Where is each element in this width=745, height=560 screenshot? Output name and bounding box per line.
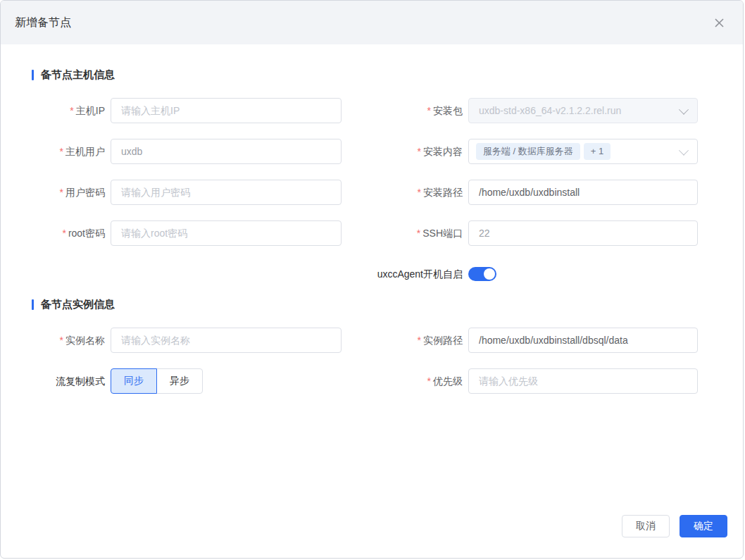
section-accent-bar <box>32 299 34 310</box>
install-content-label-text: 安装内容 <box>423 146 463 157</box>
chevron-down-icon <box>679 146 689 156</box>
required-asterisk: * <box>60 335 63 346</box>
install-package-value: uxdb-std-x86_64-v2.1.2.2.rel.run <box>479 105 621 116</box>
install-package-label-text: 安装包 <box>433 105 463 116</box>
form-item-priority: *优先级 <box>363 368 698 394</box>
agent-autostart-toggle[interactable] <box>468 267 496 281</box>
install-content-overflow-tag: + 1 <box>584 143 611 160</box>
required-asterisk: * <box>418 187 421 198</box>
install-path-input[interactable] <box>468 180 698 205</box>
agent-autostart-label-text: uxccAgent开机自启 <box>377 268 463 280</box>
instance-name-label: *实例名称 <box>32 333 111 347</box>
priority-input[interactable] <box>468 368 698 394</box>
dialog-header: 新增备节点 <box>1 1 743 44</box>
form-item-install-content: *安装内容 服务端 / 数据库服务器 + 1 <box>363 139 698 164</box>
host-info-form: *主机IP *安装包 uxdb-std-x86_64-v2.1.2.2.rel.… <box>32 98 712 287</box>
user-password-label: *用户密码 <box>32 185 111 199</box>
ssh-port-label-text: SSH端口 <box>422 228 463 239</box>
ssh-port-label: *SSH端口 <box>363 226 468 240</box>
form-item-host-ip: *主机IP <box>32 98 342 123</box>
required-asterisk: * <box>418 146 421 157</box>
host-user-input[interactable] <box>111 139 342 164</box>
form-item-install-path: *安装路径 <box>363 180 698 205</box>
dialog-body: 备节点主机信息 *主机IP *安装包 uxdb-std-x86_64-v2.1.… <box>1 44 743 558</box>
install-path-label-text: 安装路径 <box>423 187 463 198</box>
form-item-install-package: *安装包 uxdb-std-x86_64-v2.1.2.2.rel.run <box>363 98 698 123</box>
instance-path-label: *实例路径 <box>363 333 468 347</box>
user-password-label-text: 用户密码 <box>65 187 105 198</box>
replication-mode-group: 同步 异步 <box>111 368 203 394</box>
section-instance-info-title: 备节点实例信息 <box>32 298 712 311</box>
host-ip-label: *主机IP <box>32 104 111 118</box>
section-title-text: 备节点主机信息 <box>41 68 115 82</box>
replication-mode-option-async[interactable]: 异步 <box>156 368 203 394</box>
priority-label: *优先级 <box>363 374 468 388</box>
form-item-instance-path: *实例路径 <box>363 328 698 353</box>
section-host-info-title: 备节点主机信息 <box>32 68 712 82</box>
form-item-root-password: *root密码 <box>32 220 342 246</box>
instance-info-form: *实例名称 *实例路径 流复制模式 同步 异步 *优先级 <box>32 328 712 394</box>
replication-mode-label-text: 流复制模式 <box>56 375 105 387</box>
form-item-replication-mode: 流复制模式 同步 异步 <box>32 368 342 394</box>
install-content-label: *安装内容 <box>363 144 468 158</box>
form-item-agent-autostart: uxccAgent开机自启 <box>363 261 698 287</box>
install-package-select[interactable]: uxdb-std-x86_64-v2.1.2.2.rel.run <box>468 98 698 123</box>
host-user-label-text: 主机用户 <box>65 146 105 157</box>
agent-autostart-label: uxccAgent开机自启 <box>363 267 468 281</box>
close-icon[interactable] <box>710 14 727 31</box>
add-standby-node-dialog: 新增备节点 备节点主机信息 *主机IP *安装包 uxdb-std-x86_64 <box>0 0 744 559</box>
dialog-footer: 取消 确定 <box>1 515 743 558</box>
required-asterisk: * <box>418 335 421 346</box>
root-password-input[interactable] <box>111 220 342 246</box>
section-title-text: 备节点实例信息 <box>41 298 115 311</box>
instance-name-label-text: 实例名称 <box>65 335 105 346</box>
replication-mode-option-sync[interactable]: 同步 <box>111 368 157 394</box>
empty-cell <box>32 261 342 287</box>
instance-path-input[interactable] <box>468 328 698 353</box>
required-asterisk: * <box>60 187 63 198</box>
cancel-button[interactable]: 取消 <box>622 515 670 537</box>
host-user-label: *主机用户 <box>32 144 111 158</box>
install-path-label: *安装路径 <box>363 185 468 199</box>
priority-label-text: 优先级 <box>433 375 463 387</box>
host-ip-label-text: 主机IP <box>76 105 105 116</box>
chevron-down-icon <box>679 105 689 115</box>
toggle-knob <box>484 268 495 280</box>
install-package-label: *安装包 <box>363 104 468 118</box>
instance-name-input[interactable] <box>111 328 342 353</box>
required-asterisk: * <box>62 228 65 239</box>
form-item-instance-name: *实例名称 <box>32 328 342 353</box>
required-asterisk: * <box>427 375 431 387</box>
replication-mode-label: 流复制模式 <box>32 374 111 388</box>
form-item-ssh-port: *SSH端口 <box>363 220 698 246</box>
confirm-button[interactable]: 确定 <box>680 515 727 537</box>
root-password-label-text: root密码 <box>68 228 105 239</box>
dialog-title: 新增备节点 <box>15 15 71 30</box>
required-asterisk: * <box>427 105 431 116</box>
install-content-select[interactable]: 服务端 / 数据库服务器 + 1 <box>468 139 698 164</box>
host-ip-input[interactable] <box>111 98 342 123</box>
section-accent-bar <box>32 70 34 80</box>
required-asterisk: * <box>60 146 63 157</box>
install-content-tag: 服务端 / 数据库服务器 <box>476 143 580 160</box>
ssh-port-input[interactable] <box>468 220 698 246</box>
form-item-user-password: *用户密码 <box>32 180 342 205</box>
required-asterisk: * <box>417 228 420 239</box>
root-password-label: *root密码 <box>32 226 111 240</box>
form-item-host-user: *主机用户 <box>32 139 342 164</box>
user-password-input[interactable] <box>111 180 342 205</box>
required-asterisk: * <box>70 105 73 116</box>
instance-path-label-text: 实例路径 <box>423 335 463 346</box>
